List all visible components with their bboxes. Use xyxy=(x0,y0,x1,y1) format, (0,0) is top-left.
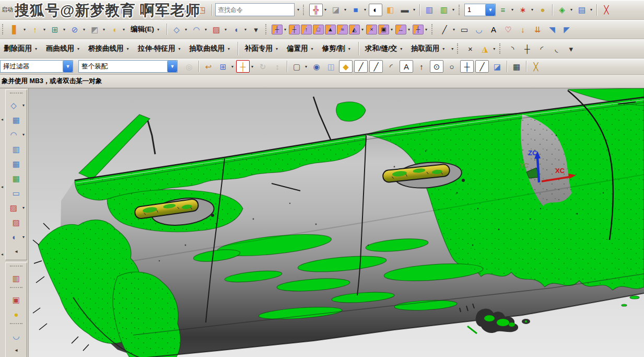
label-notch-face-icon[interactable]: ◭ xyxy=(349,25,360,34)
collapse-arrow-2[interactable]: ◂ xyxy=(9,343,24,357)
through-curve-mesh-icon[interactable]: ▦ xyxy=(9,157,24,170)
four-point-surface-icon[interactable]: ◇ xyxy=(170,23,183,36)
vertex-display-icon[interactable]: ∗ xyxy=(516,4,530,16)
styled-sweep-icon[interactable]: ▨ xyxy=(6,201,21,214)
linear-dimension-icon-dropdown[interactable]: ▾ xyxy=(406,27,412,32)
show-hide-icon-dropdown[interactable]: ▾ xyxy=(569,7,574,12)
ruled-surface-icon-dropdown[interactable]: ▾ xyxy=(203,27,208,32)
curvature-comb-icon[interactable]: ◜ xyxy=(535,42,548,55)
tab-extract-curve-dropdown[interactable]: ▾ xyxy=(226,47,231,51)
save-icon[interactable]: ▣ xyxy=(103,4,116,16)
end-point-icon[interactable]: ╱ xyxy=(354,60,368,73)
dock-collapse-arrow[interactable]: ◂ xyxy=(1,185,3,189)
trimmed-surface-icon[interactable]: ▣ xyxy=(9,293,24,306)
tab-bridge-curve-dropdown[interactable]: ▾ xyxy=(125,47,131,51)
text-icon[interactable]: A xyxy=(487,23,500,36)
tab-delete-face[interactable]: 删除面用▾ xyxy=(0,42,42,55)
new-window-icon[interactable]: ◳ xyxy=(195,4,209,16)
swept-surface-icon-dropdown[interactable]: ▾ xyxy=(21,132,26,137)
measure-icon[interactable]: ▤ xyxy=(575,4,589,16)
snap-enable-icon-dropdown[interactable]: ▾ xyxy=(250,64,255,69)
four-point-surface-icon-dropdown[interactable]: ▾ xyxy=(21,103,26,108)
edit-section-icon[interactable]: ▥ xyxy=(437,4,451,16)
move-face-alt-icon-dropdown[interactable]: ▾ xyxy=(424,27,429,32)
tab-patch-face-dropdown[interactable]: ▾ xyxy=(274,47,279,51)
pull-face-icon[interactable]: ┼ xyxy=(289,25,300,34)
render-style-icon[interactable]: ◐ xyxy=(369,4,382,16)
heart-curve-icon[interactable]: ♡ xyxy=(501,23,515,36)
tab-draw-curve[interactable]: 画曲线用▾ xyxy=(42,42,85,55)
intersection-point-icon[interactable]: ┼ xyxy=(460,60,474,73)
arc-center-icon[interactable]: ↑ xyxy=(415,60,428,73)
fit-free-surface-icon[interactable]: ▦ xyxy=(9,171,24,185)
layer-settings-icon[interactable]: ≡ xyxy=(496,4,510,16)
offset-face-icon-dropdown[interactable]: ▾ xyxy=(42,27,47,32)
edit-section-icon-dropdown[interactable]: ▾ xyxy=(451,7,456,12)
line-icon-dropdown[interactable]: ▾ xyxy=(451,27,456,32)
block-icon-dropdown[interactable]: ▾ xyxy=(101,27,107,32)
dock-collapse-arrow[interactable]: ◂ xyxy=(1,252,3,257)
dock-collapse-arrow[interactable]: ◂ xyxy=(1,117,3,122)
quadrant-point-icon[interactable]: ⊙ xyxy=(430,60,443,73)
command-finder[interactable] xyxy=(215,3,295,16)
draft-analysis-icon-dropdown[interactable]: ▾ xyxy=(491,47,497,51)
display-mode-icon[interactable]: ◪ xyxy=(329,4,343,16)
tab-trim-cut[interactable]: 修剪/割▾ xyxy=(319,42,356,55)
linear-dimension-icon[interactable]: ↔ xyxy=(395,25,406,34)
delete-face-icon[interactable]: × xyxy=(366,25,377,34)
work-layer-dropdown[interactable]: ▼ xyxy=(485,4,495,16)
fit-surface-icon[interactable]: ▦ xyxy=(9,113,24,126)
reflection-comb-icon[interactable]: ◟ xyxy=(549,42,563,55)
bounded-plane-icon[interactable]: ▭ xyxy=(9,186,24,200)
block-icon[interactable]: ◩ xyxy=(88,23,101,36)
tab-extract-face[interactable]: 抽取面用▾ xyxy=(407,42,450,55)
role-palette-icon[interactable]: ◆ xyxy=(156,4,170,16)
existing-point-icon[interactable]: ○ xyxy=(445,60,459,73)
offset-region-icon[interactable]: ↑ xyxy=(301,25,312,34)
start-menu-button[interactable]: 启动▾ xyxy=(0,6,20,14)
flattening-icon[interactable]: ◖ xyxy=(229,23,243,36)
line-icon[interactable]: ╱ xyxy=(438,23,451,36)
selection-filter-combo[interactable]: 择过滤器 ▼ xyxy=(0,60,73,73)
window-style-icon-dropdown[interactable]: ▾ xyxy=(412,7,417,12)
highlight-lines-icon[interactable]: ┼ xyxy=(520,42,534,55)
customize-icon[interactable]: ╳ xyxy=(529,60,543,73)
display-mode-icon-dropdown[interactable]: ▾ xyxy=(343,7,348,12)
tab-extrude-feature[interactable]: 拉伸-特征用▾ xyxy=(134,42,186,55)
show-hide-icon[interactable]: ◈ xyxy=(555,4,569,16)
xform-surface-icon[interactable]: ● xyxy=(9,307,24,321)
delete-parameters-icon[interactable]: × xyxy=(463,42,477,55)
tab-offset-dropdown[interactable]: ▾ xyxy=(310,47,315,51)
control-point-icon[interactable]: ◜ xyxy=(384,60,398,73)
tab-extract-face-dropdown[interactable]: ▾ xyxy=(441,47,446,51)
extrude-icon-dropdown[interactable]: ▾ xyxy=(22,27,27,32)
snap-enable-icon[interactable]: ┼ xyxy=(236,60,250,73)
combined-projection-icon[interactable]: ⇊ xyxy=(531,23,544,36)
collapse-arrow[interactable]: ◂ xyxy=(9,245,24,258)
trim-body-icon[interactable]: ⊘ xyxy=(68,23,81,36)
styled-sweep-icon-dropdown[interactable]: ▾ xyxy=(21,205,26,210)
surface-book-icon-dropdown[interactable]: ▾ xyxy=(21,235,26,239)
command-finder-input[interactable] xyxy=(216,6,301,14)
tab-extract-curve[interactable]: 抽取曲线用▾ xyxy=(186,42,236,55)
window-style-icon[interactable]: ▬ xyxy=(398,4,412,16)
copy-face-icon-dropdown[interactable]: ▾ xyxy=(389,27,394,32)
label-notch-face-icon-dropdown[interactable]: ▾ xyxy=(360,27,365,32)
fit-view-icon[interactable]: ╬ xyxy=(309,4,323,16)
start-menu-dropdown[interactable]: ▾ xyxy=(13,7,18,12)
command-finder-dropdown[interactable]: ▾ xyxy=(296,7,301,12)
ribbon-surface-icon[interactable]: ▥ xyxy=(9,271,24,285)
tab-trim-cut-dropdown[interactable]: ▾ xyxy=(347,47,352,51)
snap-point-icon[interactable]: ◆ xyxy=(339,60,353,73)
grid-icon[interactable]: ▦ xyxy=(510,60,523,73)
tab-overflow-dropdown[interactable]: ▾ xyxy=(450,47,455,51)
ruled-surface-icon[interactable]: ◠ xyxy=(190,23,203,36)
highlight-body-icon[interactable]: ◫ xyxy=(324,60,338,73)
tab-offset[interactable]: 偏置用▾ xyxy=(283,42,319,55)
selection-scope-dropdown[interactable]: ▼ xyxy=(167,61,177,72)
move-face-icon[interactable]: ┼ xyxy=(272,25,283,34)
graphics-window[interactable]: ZC YC XC xyxy=(29,88,644,357)
point-on-surface-icon[interactable]: ◪ xyxy=(490,60,504,73)
project-curve-icon[interactable]: ↓ xyxy=(516,23,530,36)
trim-body-icon-dropdown[interactable]: ▾ xyxy=(81,27,87,32)
